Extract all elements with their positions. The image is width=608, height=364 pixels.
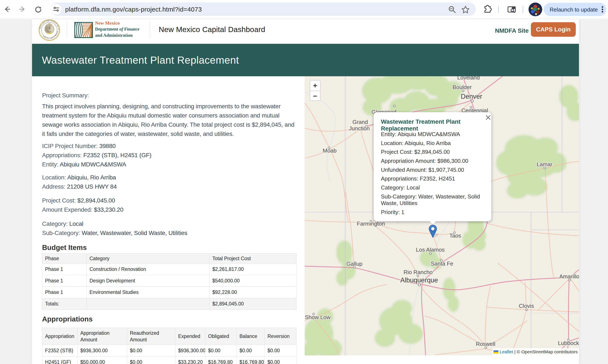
svg-text:Roswell: Roswell (476, 341, 495, 347)
svg-text:Santa Fe: Santa Fe (431, 260, 453, 267)
svg-text:Gallup: Gallup (346, 260, 362, 267)
svg-text:Denver: Denver (461, 93, 482, 100)
svg-text:Rio Rancho: Rio Rancho (403, 269, 433, 275)
svg-text:Show Low: Show Low (305, 314, 331, 320)
svg-text:Boulder: Boulder (453, 84, 472, 90)
svg-text:Junction: Junction (349, 125, 370, 131)
svg-text:Taos: Taos (450, 233, 461, 239)
svg-text:Loveland: Loveland (457, 76, 480, 81)
svg-text:Albuquerque: Albuquerque (400, 276, 438, 284)
svg-text:Amarillo: Amarillo (559, 273, 579, 280)
svg-text:Clovis: Clovis (519, 303, 534, 309)
svg-text:Farmington: Farmington (357, 221, 385, 227)
svg-text:Grand: Grand (352, 119, 368, 125)
svg-text:Lamar: Lamar (537, 161, 553, 168)
svg-text:Lubbock: Lubbock (558, 340, 579, 346)
svg-text:Los Alamos: Los Alamos (416, 247, 445, 253)
svg-text:Moab: Moab (323, 147, 336, 154)
